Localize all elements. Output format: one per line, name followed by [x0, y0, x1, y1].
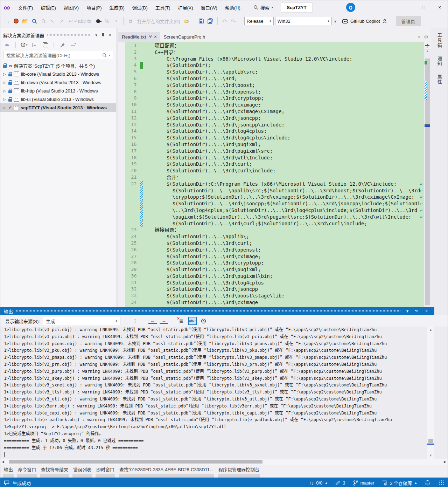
extensions-manager-icon[interactable]	[12, 17, 20, 25]
code-row[interactable]: 22 $(SolutionDir);C:\Program Files (x86)…	[125, 181, 424, 187]
expand-arrow-icon[interactable]: ▷	[3, 81, 7, 84]
scroll-up-arrow-icon[interactable]: ▲	[424, 49, 431, 54]
close-icon[interactable]: ×	[107, 33, 113, 37]
copy-documents-icon[interactable]: ⧉	[85, 17, 93, 25]
toolbar-grip[interactable]: ⋮⋮	[3, 19, 10, 23]
toolbar-overflow-icon[interactable]: ▾	[112, 17, 120, 25]
menu-item[interactable]: 帮助(H)	[221, 3, 244, 12]
save-all-icon[interactable]	[206, 17, 214, 25]
code-row[interactable]: 14 $(SolutionDir)..\..\3rd\log4cplus;	[125, 128, 424, 135]
code-row[interactable]: 5 $(SolutionDir)..\..\applib\src;	[125, 69, 424, 75]
editor-settings-gear-icon[interactable]: ⚙	[424, 34, 428, 40]
code-row[interactable]: 7 $(SolutionDir)..\..\3rd\boost;	[125, 82, 424, 89]
menu-item[interactable]: 项目(P)	[83, 3, 105, 12]
code-row[interactable]: 32 $(SolutionDir)..\..\3rd\jsoncpp	[125, 286, 424, 293]
pending-changes-button[interactable]: 3	[335, 480, 345, 486]
solution-platform-select[interactable]: Win32▾	[275, 17, 332, 25]
menu-item[interactable]: 视图(V)	[60, 3, 83, 12]
chevron-down-icon[interactable]: ▾	[403, 309, 412, 314]
code-row[interactable]: 16 $(SolutionDir)..\..\3rd\pugixml;	[125, 141, 424, 148]
editor-vertical-scrollbar[interactable]: ▴▾ ▲	[424, 42, 431, 307]
scroll-left-arrow-icon[interactable]: ◀	[2, 460, 4, 464]
code-row[interactable]: 31 $(SolutionDir)..\..\3rd\log4cplus	[125, 280, 424, 286]
code-row[interactable]: 12 $(SolutionDir)..\..\3rd\jsoncpp;	[125, 115, 424, 122]
tree-item-project[interactable]: ▷⁺⁺lib-http (Visual Studio 2013 - Window…	[0, 87, 116, 95]
minimize-button[interactable]: —	[399, 0, 415, 14]
menu-item[interactable]: 调试(D)	[128, 3, 152, 12]
output-horizontal-scrollbar[interactable]: ◀ ▶	[0, 459, 448, 465]
notifications-bell-icon[interactable]	[425, 480, 430, 486]
output-header[interactable]: 输出 ▾ ×	[0, 307, 434, 315]
close-icon[interactable]: ×	[422, 309, 431, 314]
code-row[interactable]: $(SolutionDir)..\..\applib\src;$(Solutio…	[125, 187, 424, 194]
solution-configuration-select[interactable]: Release▾	[244, 17, 274, 25]
open-containing-folder-button[interactable]: 打开所在的文件夹(O)	[137, 18, 180, 25]
output-log[interactable]: 1>libcrypto.lib(v3_pci.obj) : warning LN…	[0, 327, 427, 459]
close-tab-icon[interactable]: ×	[154, 34, 157, 39]
code-row[interactable]: 25 $(SolutionDir)..\..\3rd\curl;	[125, 240, 424, 247]
solution-name-box[interactable]: ScpTZYT	[281, 2, 312, 13]
code-row[interactable]: 1 项目配置：	[125, 42, 424, 49]
tool-window-tab[interactable]: 错误列表	[72, 466, 92, 478]
pending-changes-filter-icon[interactable]: ▾	[20, 41, 28, 49]
code-row[interactable]: 26 $(SolutionDir)..\..\3rd\openssl;	[125, 247, 424, 253]
code-row[interactable]: 33 $(SolutionDir)..\..\3rd\boost\stage\l…	[125, 293, 424, 299]
menu-item[interactable]: 文件(F)	[14, 3, 37, 12]
git-branch-button[interactable]: master	[353, 480, 374, 486]
code-row[interactable]: 29 $(SolutionDir)..\..\3rd\pugixml;	[125, 266, 424, 273]
open-folder-icon[interactable]: 🗁	[183, 17, 191, 25]
tab-list-dropdown-icon[interactable]: ▾	[418, 35, 420, 39]
code-row[interactable]: $(SolutionDir)..\..\3rd\curl;$(SolutionD…	[125, 220, 424, 227]
code-row[interactable]: 15 $(SolutionDir)..\..\3rd\log4cplus\inc…	[125, 135, 424, 141]
tool-window-tab[interactable]: 程序包管理器控制台	[218, 466, 260, 478]
show-all-files-icon[interactable]	[41, 41, 49, 49]
timestamp-icon[interactable]	[200, 317, 208, 325]
code-row[interactable]: 19 $(SolutionDir)..\..\3rd\curl;	[125, 161, 424, 167]
percent-icon[interactable]: ℅	[103, 17, 111, 25]
repositories-button[interactable]: 2 个存储库 ▲	[382, 480, 417, 486]
side-tab-属性[interactable]: 属性	[436, 74, 443, 85]
collapse-all-icon[interactable]: –	[31, 41, 38, 49]
clear-all-icon[interactable]: ≣	[177, 317, 186, 325]
github-copilot-button[interactable]: GitHub Copilot	[342, 19, 387, 24]
code-row[interactable]: 23 链接目录：	[125, 227, 424, 233]
code-row[interactable]: $(SolutionDir)..\..\3rd\jsoncpp;$(Soluti…	[125, 200, 424, 207]
code-row[interactable]: 11 $(SolutionDir)..\..\3rd\cximage\CxIma…	[125, 108, 424, 115]
menu-item[interactable]: 窗口(W)	[197, 3, 221, 12]
code-row[interactable]: 17 $(SolutionDir)..\..\3rd\pugixml\src;	[125, 148, 424, 155]
pin-icon[interactable]	[99, 33, 107, 37]
output-vertical-scrollbar[interactable]: ▲ ▼	[427, 327, 434, 459]
chevron-down-icon[interactable]: ▾	[93, 33, 99, 37]
feedback-icon[interactable]	[4, 480, 10, 486]
code-row[interactable]: 2 C++目录：	[125, 49, 424, 56]
maximize-button[interactable]: □	[415, 0, 432, 14]
side-tab-通知[interactable]: 通知	[436, 56, 443, 67]
menu-item[interactable]: 编辑(E)	[37, 3, 59, 12]
switch-views-icon[interactable]: ∞	[3, 41, 11, 49]
code-row[interactable]: \..\3rd\log4cplus;$(SolutionDir)..\..\3r…	[125, 207, 424, 214]
redo-icon[interactable]: ↷▾	[230, 17, 238, 25]
pin-icon[interactable]	[149, 34, 152, 40]
solution-explorer-header[interactable]: 解决方案资源管理器 ▾ ×	[0, 30, 116, 40]
spell-check-icon[interactable]: ✓abc	[76, 17, 84, 25]
document-tab[interactable]: ReadMe.txt×	[118, 32, 160, 42]
menu-item[interactable]: 生成(B)	[105, 3, 128, 12]
undo-history-icon[interactable]: ↩	[67, 17, 75, 25]
previous-message-icon[interactable]: ←	[148, 318, 157, 324]
indicator-margin[interactable]	[118, 42, 125, 307]
tool-window-tab[interactable]: 查找"015280FD-283A-4FBE-BD28-C308D11...	[119, 466, 214, 478]
code-row[interactable]: 28 $(SolutionDir)..\..\3rd\cryptopp;	[125, 260, 424, 266]
expand-arrow-icon[interactable]: ▷	[3, 72, 7, 76]
code-editor[interactable]: 1 项目配置：2 C++目录：3 C:\Program Files (x86)\…	[125, 42, 424, 307]
tool-window-tab[interactable]: 即时窗口	[96, 466, 115, 478]
code-row[interactable]: 13 $(SolutionDir)..\..\3rd\jsoncpp\inclu…	[125, 122, 424, 128]
expand-arrow-icon[interactable]: ▷	[3, 89, 7, 93]
menu-item[interactable]: 扩展(X)	[174, 3, 197, 12]
code-row[interactable]: 3 C:\Program Files (x86)\Microsoft Visua…	[125, 56, 424, 62]
code-row[interactable]: \cryptopp;$(SolutionDir)..\..\3rd\cximag…	[125, 194, 424, 200]
find-in-files-icon[interactable]	[30, 17, 38, 25]
tree-item-project[interactable]: ▷⁺⁺lib-ui (Visual Studio 2013 - Windows	[0, 95, 116, 103]
scroll-right-arrow-icon[interactable]: ▶	[444, 460, 446, 464]
code-row[interactable]: 10 $(SolutionDir)..\..\3rd\cximage;	[125, 102, 424, 108]
tool-window-tab[interactable]: 命令窗口	[17, 466, 37, 478]
